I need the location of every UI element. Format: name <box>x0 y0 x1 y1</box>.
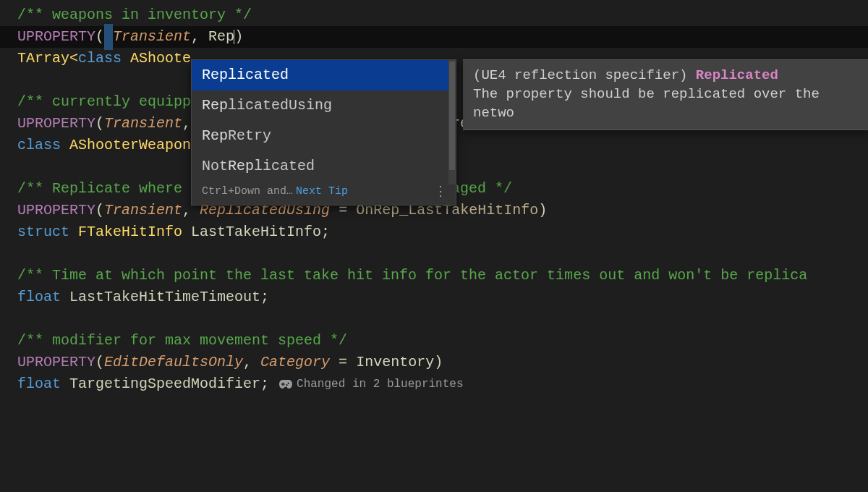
popup-scrollbar[interactable] <box>448 60 456 184</box>
tooltip-body: The property should be replicated over t… <box>473 85 858 122</box>
code-line-empty[interactable] <box>0 243 868 265</box>
code-line[interactable]: /** modifier for max movement speed */ <box>0 330 868 352</box>
code-line-empty[interactable] <box>0 308 868 330</box>
code-editor[interactable]: /** weapons in inventory */ UPROPERTY( T… <box>0 0 868 395</box>
code-line[interactable]: struct FTakeHitInfo LastTakeHitInfo; <box>0 221 868 243</box>
autocomplete-item[interactable]: Replicated <box>192 60 456 90</box>
tooltip-header: (UE4 reflection specifier) Replicated <box>473 66 858 85</box>
comment: /** currently equipp <box>17 91 191 113</box>
autocomplete-item[interactable]: NotReplicated <box>192 151 456 182</box>
autocomplete-tooltip: (UE4 reflection specifier) Replicated Th… <box>463 59 868 130</box>
gamepad-icon <box>279 379 292 389</box>
next-tip-link[interactable]: Next Tip <box>296 182 348 202</box>
code-line[interactable]: /** weapons in inventory */ <box>0 4 868 26</box>
autocomplete-item[interactable]: RepRetry <box>192 121 456 151</box>
code-line[interactable]: /** Time at which point the last take hi… <box>0 265 868 287</box>
macro: UPROPERTY <box>17 26 95 48</box>
comment: /** weapons in inventory */ <box>17 4 252 26</box>
inline-hint[interactable]: Changed in 2 blueprintes <box>279 373 463 395</box>
code-line[interactable]: float TargetingSpeedModifier;Changed in … <box>0 373 868 395</box>
comment: /** Time at which point the last take hi… <box>17 265 807 287</box>
more-icon[interactable]: ⋮ <box>434 182 446 202</box>
comment: /** modifier for max movement speed */ <box>17 330 347 352</box>
autocomplete-item[interactable]: ReplicatedUsing <box>192 90 456 121</box>
popup-scroll-thumb[interactable] <box>449 62 455 170</box>
autocomplete-popup: Replicated ReplicatedUsing RepRetry NotR… <box>191 59 456 205</box>
code-line-active[interactable]: UPROPERTY( Transient, Rep) <box>0 26 868 48</box>
autocomplete-footer: Ctrl+Down and… Next Tip ⋮ <box>192 182 456 205</box>
code-line[interactable]: float LastTakeHitTimeTimeout; <box>0 287 868 308</box>
code-line[interactable]: UPROPERTY(EditDefaultsOnly, Category = I… <box>0 352 868 373</box>
